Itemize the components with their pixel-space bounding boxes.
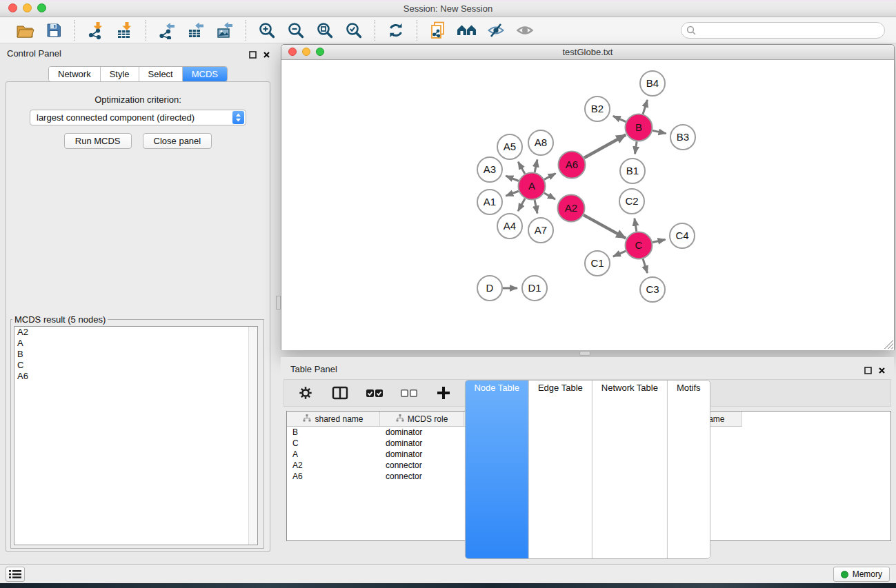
table-cell[interactable]: A2: [287, 460, 380, 471]
search-input[interactable]: [681, 22, 885, 39]
mcds-result-item[interactable]: A6: [14, 371, 257, 382]
column-header-mcds-role[interactable]: MCDS role: [380, 412, 464, 427]
edge-A-A1[interactable]: [506, 191, 518, 196]
result-list-scrollbar[interactable]: [248, 327, 257, 545]
optimization-criterion-select[interactable]: largest connected component (directed): [30, 110, 246, 125]
node-label-D: D: [486, 282, 494, 294]
edge-B-B4[interactable]: [643, 100, 647, 114]
edge-C-C1[interactable]: [613, 251, 626, 256]
network-canvas[interactable]: B4B2BB3A5A8A6A3B1AA1C2A2A4A7C4CC1C3DD1: [281, 60, 894, 350]
mcds-result-item[interactable]: A: [14, 338, 257, 349]
edge-A6-B[interactable]: [584, 134, 626, 158]
import-table-icon[interactable]: [114, 21, 136, 40]
table-cell[interactable]: dominator: [380, 427, 464, 438]
window-resize-handle[interactable]: [884, 340, 893, 349]
edge-B-B3[interactable]: [653, 130, 666, 133]
edge-C-C4[interactable]: [653, 239, 666, 242]
refresh-icon[interactable]: [385, 21, 407, 40]
zoom-out-icon[interactable]: [285, 21, 307, 40]
table-cell[interactable]: dominator: [380, 438, 464, 449]
task-history-button[interactable]: [6, 567, 25, 582]
edge-C-C2[interactable]: [635, 219, 637, 232]
mcds-tab-content: Optimization criterion: largest connecte…: [6, 81, 270, 552]
float-panel-icon[interactable]: [249, 49, 257, 61]
tab-network[interactable]: Network: [49, 67, 101, 81]
mcds-result-box: MCDS result (5 nodes) A2ABCA6: [10, 314, 264, 549]
table-panel-title: Table Panel: [290, 364, 337, 374]
deselect-checkboxes-icon[interactable]: [400, 384, 418, 402]
control-panel-title: Control Panel: [7, 48, 61, 59]
column-header-shared-name[interactable]: shared name: [287, 412, 380, 427]
settings-gear-icon[interactable]: [297, 384, 315, 402]
table-cell[interactable]: connector: [380, 460, 464, 471]
network-window-titlebar[interactable]: testGlobe.txt: [281, 45, 894, 60]
table-cell[interactable]: dominator: [380, 449, 464, 460]
hide-selected-icon[interactable]: [485, 21, 507, 40]
edge-B-B2[interactable]: [613, 116, 626, 121]
run-mcds-button[interactable]: Run MCDS: [64, 133, 132, 149]
new-network-from-selection-icon[interactable]: [427, 21, 449, 40]
zoom-selected-icon[interactable]: [343, 21, 365, 40]
save-session-icon[interactable]: [43, 21, 65, 40]
horizontal-splitter-handle[interactable]: [579, 351, 590, 356]
add-row-icon[interactable]: [435, 384, 452, 402]
edge-A-A5[interactable]: [518, 162, 525, 174]
panel-divider-grip[interactable]: [276, 296, 281, 310]
select-stepper-icon: [232, 111, 244, 124]
optimization-criterion-label: Optimization criterion:: [6, 94, 270, 105]
table-cell[interactable]: C: [287, 438, 380, 449]
memory-button[interactable]: Memory: [833, 567, 890, 582]
open-file-icon[interactable]: [14, 21, 36, 40]
table-tab-motifs[interactable]: Motifs: [668, 381, 710, 558]
zoom-window-button[interactable]: [37, 3, 46, 12]
table-tab-node-table[interactable]: Node Table: [465, 381, 529, 558]
node-label-A6: A6: [566, 159, 578, 170]
edge-A-A7[interactable]: [535, 200, 537, 213]
edge-A2-C[interactable]: [584, 215, 626, 239]
table-cell[interactable]: A: [287, 449, 380, 460]
float-table-panel-icon[interactable]: [864, 365, 872, 377]
mcds-result-item[interactable]: A2: [14, 327, 257, 338]
mcds-result-item[interactable]: C: [14, 360, 257, 371]
export-table-icon[interactable]: [185, 21, 207, 40]
close-panel-icon[interactable]: [263, 49, 270, 61]
tab-style[interactable]: Style: [101, 67, 139, 81]
close-panel-button[interactable]: Close panel: [143, 133, 212, 149]
table-tab-edge-table[interactable]: Edge Table: [529, 381, 593, 558]
edge-A-A2[interactable]: [544, 193, 555, 199]
node-label-D1: D1: [528, 282, 541, 294]
edge-A-A4[interactable]: [518, 199, 525, 211]
edge-A-A3[interactable]: [506, 176, 519, 181]
mcds-result-list[interactable]: A2ABCA6: [14, 326, 258, 545]
table-cell[interactable]: A6: [287, 471, 380, 482]
minimize-window-button[interactable]: [23, 3, 32, 12]
column-type-icon: [396, 414, 404, 424]
export-image-icon[interactable]: [214, 21, 236, 40]
split-columns-icon[interactable]: [331, 384, 349, 402]
select-all-checkboxes-icon[interactable]: [366, 384, 384, 402]
import-network-icon[interactable]: [85, 21, 107, 40]
control-panel-tabs: NetworkStyleSelectMCDS: [48, 66, 228, 82]
network-graph[interactable]: B4B2BB3A5A8A6A3B1AA1C2A2A4A7C4CC1C3DD1: [281, 60, 894, 350]
tab-select[interactable]: Select: [139, 67, 183, 81]
table-tab-network-table[interactable]: Network Table: [593, 381, 668, 558]
node-label-A5: A5: [504, 141, 516, 152]
first-neighbors-icon[interactable]: [456, 21, 478, 40]
edge-C-C3[interactable]: [643, 259, 647, 274]
zoom-in-icon[interactable]: [256, 21, 278, 40]
mcds-result-item[interactable]: B: [14, 349, 257, 360]
export-network-icon[interactable]: [156, 21, 178, 40]
close-table-panel-icon[interactable]: [878, 365, 886, 377]
node-label-B3: B3: [677, 131, 689, 143]
table-tabs: Node TableEdge TableNetwork TableMotifs: [464, 380, 710, 559]
main-toolbar: [0, 17, 896, 43]
table-cell[interactable]: B: [287, 427, 380, 438]
zoom-fit-icon[interactable]: [314, 21, 336, 40]
table-cell[interactable]: connector: [380, 471, 464, 482]
edge-A-A8[interactable]: [535, 159, 537, 172]
close-window-button[interactable]: [8, 3, 17, 12]
edge-A-A6[interactable]: [544, 173, 556, 179]
tab-mcds[interactable]: MCDS: [183, 67, 227, 81]
edge-B-B1[interactable]: [635, 141, 637, 154]
show-all-icon[interactable]: [514, 21, 536, 40]
